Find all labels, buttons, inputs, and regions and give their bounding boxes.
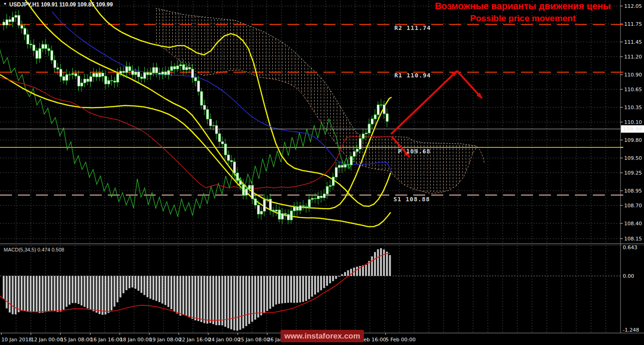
chart-canvas[interactable]: 112.05111.75111.45111.20110.90110.65110.… — [0, 0, 644, 345]
annotation-line-en: Possible price movement — [417, 13, 629, 23]
svg-text:12 Jan 00:00: 12 Jan 00:00 — [31, 337, 63, 343]
pivot-label-s1: S1 108.88 — [393, 196, 430, 203]
svg-text:108.70: 108.70 — [624, 203, 642, 209]
svg-text:109.80: 109.80 — [624, 137, 642, 143]
svg-text:19 Jan 08:00: 19 Jan 08:00 — [149, 337, 181, 343]
svg-text:0.643: 0.643 — [623, 245, 638, 251]
svg-text:10 Jan 2018: 10 Jan 2018 — [1, 337, 32, 343]
svg-text:0.00: 0.00 — [623, 273, 634, 279]
svg-text:111.45: 111.45 — [624, 39, 642, 45]
svg-text:109.25: 109.25 — [624, 170, 642, 176]
svg-text:109.50: 109.50 — [624, 155, 642, 161]
svg-text:111.20: 111.20 — [624, 54, 642, 60]
price-axis[interactable]: 112.05111.75111.45111.20110.90110.65110.… — [621, 3, 644, 242]
chart-title-ohlc: USDJPY,H1 109.91 110.09 109.85 109.99 — [9, 1, 113, 8]
svg-text:16 Jan 16:00: 16 Jan 16:00 — [90, 337, 123, 343]
svg-text:109.99: 109.99 — [623, 126, 642, 132]
svg-text:110.90: 110.90 — [624, 72, 642, 78]
symbol-marker-icon: ▼ — [3, 2, 7, 6]
svg-text:108.95: 108.95 — [624, 188, 642, 194]
svg-text:22 Jan 16:00: 22 Jan 16:00 — [179, 337, 211, 343]
svg-text:110.65: 110.65 — [624, 87, 642, 93]
svg-text:110.10: 110.10 — [624, 119, 642, 125]
macd-axis[interactable]: 0.6430.00-1.248 — [623, 245, 639, 333]
svg-text:5 Feb 00:00: 5 Feb 00:00 — [386, 337, 416, 343]
broker-watermark: www.instaforex.com — [281, 330, 364, 342]
ichimoku-cloud — [156, 8, 485, 193]
svg-text:110.35: 110.35 — [624, 105, 642, 111]
pivot-label-r1: R1 110.94 — [394, 72, 431, 79]
svg-text:18 Jan 00:00: 18 Jan 00:00 — [120, 337, 152, 343]
annotation-line-ru: Возможные варианты движения цены — [417, 1, 629, 12]
macd-indicator-label: MACD(5,34,5) 0.474 0.508 — [4, 247, 64, 252]
svg-text:108.15: 108.15 — [624, 236, 642, 242]
pivot-label-r2: R2 111.74 — [394, 24, 431, 31]
svg-text:25 Jan 08:00: 25 Jan 08:00 — [238, 337, 270, 343]
svg-text:15 Jan 08:00: 15 Jan 08:00 — [60, 337, 93, 343]
svg-text:24 Jan 00:00: 24 Jan 00:00 — [208, 337, 240, 343]
mt4-chart-window: 112.05111.75111.45111.20110.90110.65110.… — [0, 0, 644, 345]
pivot-label-p: P 109.68 — [398, 148, 431, 155]
svg-text:108.40: 108.40 — [624, 221, 642, 227]
svg-text:-1.248: -1.248 — [623, 327, 639, 333]
